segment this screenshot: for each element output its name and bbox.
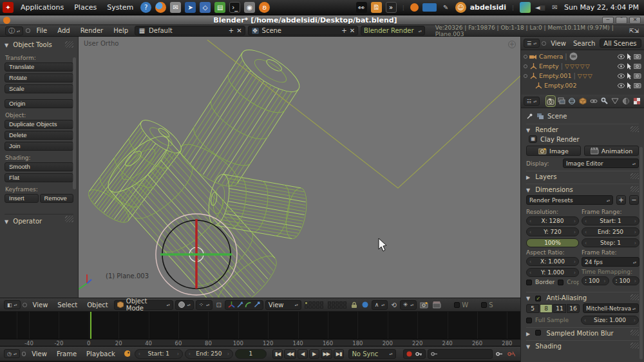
tab-render-layers[interactable] (556, 96, 566, 106)
jump-to-start-button[interactable]: ▮◀ (272, 349, 283, 359)
aa-size-field[interactable]: ‹Size: 1.000› (581, 316, 639, 325)
frame-step-field[interactable]: ‹Step: 1› (582, 238, 639, 247)
view3d-menu-view[interactable]: View (29, 301, 52, 309)
resolution-x-field[interactable]: ‹X: 1280› (526, 216, 579, 225)
sync-dropdown[interactable]: No Sync ▴▾ (348, 349, 395, 359)
volume-tray-icon[interactable]: ◄𝄙 (535, 2, 545, 13)
add-preset-button[interactable]: + (616, 195, 626, 205)
w-checkbox[interactable] (454, 302, 460, 308)
tab-render[interactable] (546, 96, 556, 106)
outliner-item-camera[interactable]: Camera| (522, 52, 643, 61)
remap-new-field[interactable]: : 100› (612, 276, 640, 285)
panel-layers[interactable]: ▶ Layers (526, 171, 639, 182)
clock-label[interactable]: Sun May 22, 4:04 PM (564, 3, 641, 12)
screenshot-launcher-icon[interactable]: ◉ (244, 2, 255, 13)
selectability-cursor-icon[interactable] (627, 63, 632, 70)
border-checkbox[interactable] (526, 280, 532, 285)
preview-range-icon[interactable] (124, 350, 130, 357)
battery-tray-icon[interactable] (422, 3, 437, 12)
mail-launcher-icon[interactable]: ✉ (170, 2, 181, 13)
minimize-button[interactable]: ─ (602, 17, 614, 24)
frame-end-field[interactable]: ‹End: 250› (582, 227, 639, 236)
record-icon[interactable] (406, 351, 412, 357)
outliner-item-name[interactable]: Empty.002 (544, 82, 576, 89)
pivot-dropdown[interactable]: ⁘ ▴▾ (196, 300, 213, 310)
tool-button-duplicate-objects[interactable]: Duplicate Objects (5, 120, 73, 129)
timeline-end-field[interactable]: ‹End: 250› (185, 349, 233, 359)
tab-object-data[interactable] (611, 96, 620, 106)
panel-object-tools[interactable]: ▼ Object Tools (5, 40, 73, 51)
tab-object[interactable] (578, 96, 588, 106)
blender-tray-icon[interactable] (410, 3, 419, 12)
snap-element-dropdown[interactable]: ∧ ▴▾ (372, 300, 388, 310)
view3d-menu-select[interactable]: Select (53, 301, 81, 309)
visibility-eye-icon[interactable] (618, 64, 625, 69)
restrict-dot-icon[interactable] (524, 64, 527, 68)
pin-icon[interactable] (526, 113, 533, 120)
tool-button-smooth[interactable]: Smooth (5, 162, 73, 171)
timeline-menu-frame[interactable]: Frame (53, 350, 80, 357)
header-collapse-dot-icon[interactable] (542, 41, 546, 46)
timeline-menu-playback[interactable]: Playback (82, 350, 119, 357)
panel-shading[interactable]: ▼ Shading (526, 340, 639, 352)
outliner-item-empty-001[interactable]: Empty.001|▽▽▽ (522, 71, 643, 81)
pen-tray-icon[interactable]: ✎ (440, 2, 451, 13)
aa-samples-11-button[interactable]: 11 (553, 304, 566, 313)
virtualbox-launcher-icon[interactable]: ◇ (200, 2, 211, 13)
toolshelf-scrollbar[interactable] (73, 57, 76, 189)
image-viewer-tray-icon[interactable]: 🖻︎ (371, 2, 382, 13)
properties-region-toggle-icon[interactable]: + (508, 41, 516, 48)
delete-scene-icon[interactable]: ✕ (350, 27, 355, 34)
remap-old-field[interactable]: : 100› (582, 276, 609, 285)
selectability-cursor-icon[interactable] (627, 53, 632, 60)
opengl-render-anim-icon[interactable] (431, 300, 442, 310)
resolution-percent-slider[interactable]: 100% (526, 238, 579, 247)
panel-anti-aliasing[interactable]: ▼ ✓ Anti-Aliasing (526, 292, 639, 303)
terminal-launcher-icon[interactable]: ›_ (229, 2, 240, 13)
key-icon[interactable] (415, 351, 422, 357)
playhead[interactable] (90, 312, 91, 339)
restrict-dot-icon[interactable] (524, 55, 527, 59)
tab-scene[interactable] (567, 96, 577, 106)
user-avatar-icon[interactable]: ☺ (455, 2, 466, 13)
menu-places[interactable]: Places (71, 3, 100, 12)
lock-to-scene-icon[interactable] (350, 300, 359, 310)
aa-samples-5-button[interactable]: 5 (526, 304, 539, 313)
aa-samples-16-button[interactable]: 16 (567, 304, 580, 313)
selectability-cursor-icon[interactable] (627, 82, 632, 89)
s-checkbox[interactable] (481, 302, 487, 308)
tab-texture[interactable] (632, 96, 641, 106)
timeline-tracks[interactable] (0, 312, 520, 339)
editor-type-selector[interactable]: ◧ ▴▾ (4, 300, 21, 309)
scene-selector[interactable]: ❖ Scene + ✕ (248, 26, 358, 35)
panel-render[interactable]: ▼ Render (526, 124, 639, 135)
aspect-x-field[interactable]: ‹X: 1.000› (526, 257, 579, 266)
properties-scrollbar[interactable] (639, 147, 643, 359)
resolution-y-field[interactable]: ‹Y: 720› (526, 227, 579, 236)
translate-manipulator[interactable] (156, 214, 237, 295)
restrict-dot-icon[interactable] (524, 74, 527, 78)
editor-type-selector[interactable]: ☷ ▴▾ (524, 97, 540, 106)
snap-target-dropdown[interactable]: ✳ ▴▾ (400, 300, 417, 310)
header-collapse-dot-icon[interactable] (23, 303, 27, 307)
screen-layout-selector[interactable]: ▦ Default + ✕ (135, 26, 245, 35)
tool-button-translate[interactable]: Translate (5, 62, 73, 71)
translate-manipulator-icon[interactable] (236, 301, 243, 309)
menu-add[interactable]: Add (53, 27, 73, 34)
render-animation-button[interactable]: Animation (584, 146, 639, 156)
panel-sampled-motion-blur[interactable]: ▶ Sampled Motion Blur (526, 327, 639, 339)
panel-operator[interactable]: ▼ Operator (5, 214, 73, 227)
play-reverse-button[interactable]: ◀ (298, 349, 308, 359)
viewport-3d[interactable]: User Ortho (1) Plane.003 + (79, 37, 520, 298)
render-image-button[interactable]: Image (526, 146, 581, 156)
outliner-menu-search[interactable]: Search (571, 40, 598, 47)
delete-layout-icon[interactable]: ✕ (236, 27, 242, 34)
orientation-dropdown[interactable]: View ▴▾ (265, 300, 301, 310)
motion-blur-checkbox[interactable] (535, 330, 541, 336)
view3d-menu-object[interactable]: Object (83, 301, 112, 309)
renderability-camera-icon[interactable] (634, 63, 641, 69)
editor-type-selector[interactable]: ◷ ▴▾ (4, 349, 20, 358)
aa-filter-dropdown[interactable]: Mitchell-Netrava ▴▾ (583, 303, 639, 313)
add-layout-icon[interactable]: + (229, 27, 234, 34)
mode-dropdown[interactable]: Object Mode ▴▾ (114, 300, 173, 310)
